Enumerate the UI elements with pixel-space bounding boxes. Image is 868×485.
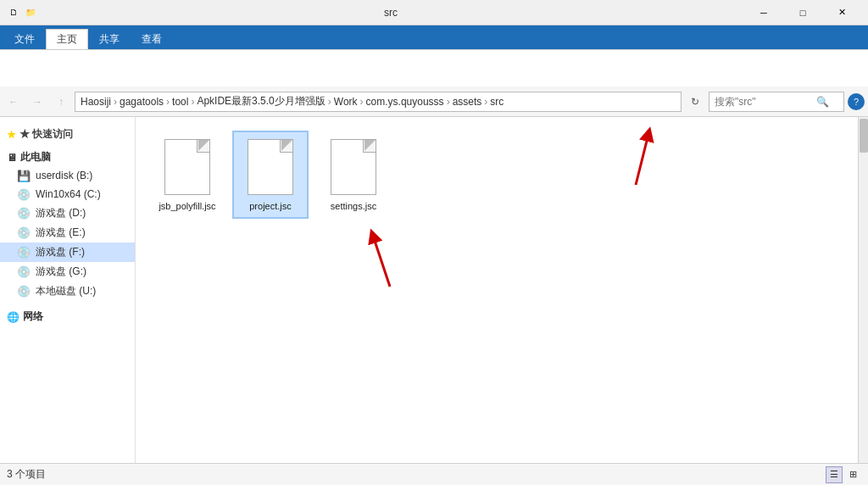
app-icon-small: 🗋 [7, 6, 20, 20]
file-icon-project [245, 137, 296, 197]
tab-share[interactable]: 共享 [88, 29, 131, 49]
content-area[interactable]: jsb_polyfill.jsc project.jsc settings.js… [136, 117, 858, 463]
scrollbar-thumb[interactable] [860, 119, 868, 153]
drive-icon-d: 💿 [17, 207, 31, 220]
drive-icon-f: 💿 [17, 246, 31, 259]
ribbon: 文件 主页 共享 查看 [0, 25, 868, 86]
breadcrumb-com[interactable]: com.ys.quyousss [366, 96, 444, 108]
drive-label-e: 游戏盘 (E:) [36, 226, 86, 240]
folder-icon-small: 📁 [24, 6, 37, 20]
file-item-project[interactable]: project.jsc [232, 131, 309, 219]
drive-label-f: 游戏盘 (F:) [36, 245, 85, 259]
breadcrumb-haosiji[interactable]: Haosiji [81, 96, 111, 108]
drive-label-b: userdisk (B:) [36, 170, 92, 181]
sidebar-item-u[interactable]: 💿 本地磁盘 (U:) [0, 282, 135, 301]
main-area: ★ ★ 快速访问 🖥 此电脑 💾 userdisk (B:) 💿 Win10x6… [0, 117, 868, 463]
refresh-button[interactable]: ↻ [685, 92, 705, 112]
ribbon-content [0, 49, 868, 86]
forward-button[interactable]: → [27, 92, 47, 112]
network-icon: 🌐 [7, 311, 19, 323]
toolbar-row: ← → ↑ Haosiji › gagatools › tool › ApkID… [0, 86, 868, 117]
minimize-button[interactable]: ─ [744, 0, 783, 25]
drive-icon-b: 💾 [17, 169, 31, 182]
drive-icon-u: 💿 [17, 285, 31, 298]
titlebar-icons: 🗋 📁 [7, 6, 37, 20]
sidebar: ★ ★ 快速访问 🖥 此电脑 💾 userdisk (B:) 💿 Win10x6… [0, 117, 136, 463]
tab-view[interactable]: 查看 [131, 29, 173, 49]
file-label-jsb-polyfill: jsb_polyfill.jsc [159, 200, 215, 212]
file-icon-jsb-polyfill [162, 137, 213, 197]
breadcrumb-assets[interactable]: assets [453, 96, 482, 108]
statusbar: 3 个项目 ☰ ⊞ [0, 463, 868, 485]
pc-icon: 🖥 [7, 152, 17, 164]
quick-access-header[interactable]: ★ ★ 快速访问 [0, 124, 135, 143]
sidebar-item-userdisk[interactable]: 💾 userdisk (B:) [0, 166, 135, 185]
sidebar-item-f[interactable]: 💿 游戏盘 (F:) [0, 242, 135, 262]
address-bar[interactable]: Haosiji › gagatools › tool › ApkIDE最新3.5… [75, 92, 682, 112]
drive-icon-g: 💿 [17, 265, 31, 279]
breadcrumb-work[interactable]: Work [334, 96, 358, 108]
drive-label-c: Win10x64 (C:) [36, 188, 101, 200]
tab-file[interactable]: 文件 [3, 29, 46, 49]
breadcrumb-src[interactable]: src [490, 96, 504, 108]
search-box[interactable]: 🔍 [709, 92, 844, 112]
item-count: 3 个项目 [7, 467, 46, 482]
this-pc-label: 此电脑 [20, 150, 51, 164]
annotation-arrow-1 [602, 125, 670, 193]
help-button[interactable]: ? [848, 93, 865, 110]
window-title: src [37, 7, 744, 19]
close-button[interactable]: ✕ [822, 0, 861, 25]
annotation-arrow-2 [356, 227, 407, 295]
sidebar-item-g[interactable]: 💿 游戏盘 (G:) [0, 262, 135, 282]
star-icon: ★ [7, 129, 16, 141]
titlebar: 🗋 📁 src ─ □ ✕ [0, 0, 868, 25]
right-scrollbar[interactable] [858, 117, 868, 463]
ribbon-tabs: 文件 主页 共享 查看 [0, 25, 868, 49]
quick-access-label: ★ 快速访问 [19, 127, 73, 142]
file-label-settings: settings.jsc [331, 200, 376, 212]
network-label: 网络 [23, 309, 43, 324]
tab-home[interactable]: 主页 [46, 29, 88, 49]
sidebar-item-c[interactable]: 💿 Win10x64 (C:) [0, 185, 135, 203]
network-header[interactable]: 🌐 网络 [0, 306, 135, 326]
breadcrumb-gagatools[interactable]: gagatools [120, 96, 164, 108]
maximize-button[interactable]: □ [783, 0, 822, 25]
drive-icon-e: 💿 [17, 226, 31, 240]
sidebar-item-e[interactable]: 💿 游戏盘 (E:) [0, 223, 135, 242]
drive-icon-c: 💿 [17, 187, 31, 201]
svg-line-1 [373, 236, 390, 287]
view-list-button[interactable]: ☰ [826, 466, 843, 483]
window-controls: ─ □ ✕ [744, 0, 861, 25]
up-button[interactable]: ↑ [51, 92, 71, 112]
breadcrumb-apkide[interactable]: ApkIDE最新3.5.0少月增强版 [197, 94, 325, 109]
drive-label-g: 游戏盘 (G:) [36, 265, 86, 279]
file-icon-settings [328, 137, 379, 197]
view-grid-button[interactable]: ⊞ [844, 466, 861, 483]
sidebar-item-d[interactable]: 💿 游戏盘 (D:) [0, 203, 135, 223]
breadcrumb-tool[interactable]: tool [172, 96, 188, 108]
svg-line-0 [636, 134, 648, 185]
file-label-project: project.jsc [249, 200, 292, 212]
file-item-settings[interactable]: settings.jsc [315, 131, 392, 219]
search-input[interactable] [715, 96, 816, 108]
drive-label-u: 本地磁盘 (U:) [36, 284, 96, 298]
view-buttons: ☰ ⊞ [826, 466, 861, 483]
drive-label-d: 游戏盘 (D:) [36, 206, 86, 220]
back-button[interactable]: ← [3, 92, 24, 112]
file-item-jsb-polyfill[interactable]: jsb_polyfill.jsc [149, 131, 225, 219]
search-icon[interactable]: 🔍 [816, 96, 829, 108]
this-pc-header[interactable]: 🖥 此电脑 [0, 147, 135, 166]
